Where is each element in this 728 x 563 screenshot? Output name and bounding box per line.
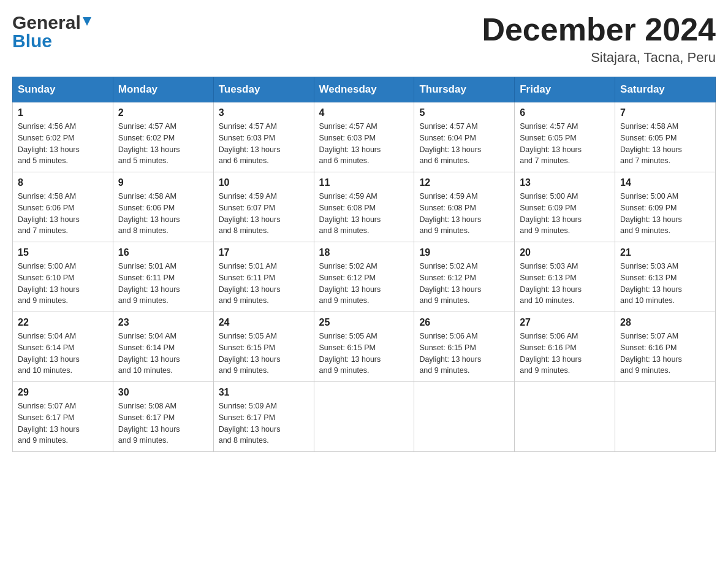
day-number: 5 [419,107,509,118]
day-info: Sunrise: 5:06 AM Sunset: 6:15 PM Dayligh… [419,331,509,377]
day-info: Sunrise: 5:05 AM Sunset: 6:15 PM Dayligh… [319,331,409,377]
day-cell: 22 Sunrise: 5:04 AM Sunset: 6:14 PM Dayl… [13,312,113,382]
week-row-2: 8 Sunrise: 4:58 AM Sunset: 6:06 PM Dayli… [13,172,716,242]
day-info: Sunrise: 5:00 AM Sunset: 6:09 PM Dayligh… [620,191,710,237]
day-info: Sunrise: 4:58 AM Sunset: 6:05 PM Dayligh… [620,121,710,167]
day-info: Sunrise: 4:58 AM Sunset: 6:06 PM Dayligh… [118,191,208,237]
weekday-header-monday: Monday [113,77,213,102]
day-number: 17 [219,247,309,258]
day-info: Sunrise: 5:03 AM Sunset: 6:13 PM Dayligh… [520,261,610,307]
day-number: 20 [520,247,610,258]
logo-general: General [12,12,81,33]
day-info: Sunrise: 5:02 AM Sunset: 6:12 PM Dayligh… [319,261,409,307]
day-number: 30 [118,387,208,398]
day-cell: 6 Sunrise: 4:57 AM Sunset: 6:05 PM Dayli… [515,102,615,172]
day-info: Sunrise: 5:02 AM Sunset: 6:12 PM Dayligh… [419,261,509,307]
day-info: Sunrise: 5:04 AM Sunset: 6:14 PM Dayligh… [18,331,108,377]
week-row-5: 29 Sunrise: 5:07 AM Sunset: 6:17 PM Dayl… [13,382,716,452]
weekday-header-friday: Friday [515,77,615,102]
day-cell: 16 Sunrise: 5:01 AM Sunset: 6:11 PM Dayl… [113,242,213,312]
week-row-1: 1 Sunrise: 4:56 AM Sunset: 6:02 PM Dayli… [13,102,716,172]
day-number: 9 [118,177,208,188]
day-cell: 4 Sunrise: 4:57 AM Sunset: 6:03 PM Dayli… [314,102,414,172]
day-cell: 14 Sunrise: 5:00 AM Sunset: 6:09 PM Dayl… [615,172,716,242]
page-header: General Blue December 2024 Sitajara, Tac… [12,12,716,66]
day-info: Sunrise: 4:56 AM Sunset: 6:02 PM Dayligh… [18,121,108,167]
day-number: 13 [520,177,610,188]
day-number: 18 [319,247,409,258]
day-cell: 29 Sunrise: 5:07 AM Sunset: 6:17 PM Dayl… [13,382,113,452]
weekday-header-sunday: Sunday [13,77,113,102]
day-number: 29 [18,387,108,398]
day-cell: 18 Sunrise: 5:02 AM Sunset: 6:12 PM Dayl… [314,242,414,312]
day-info: Sunrise: 4:57 AM Sunset: 6:03 PM Dayligh… [319,121,409,167]
day-cell: 28 Sunrise: 5:07 AM Sunset: 6:16 PM Dayl… [615,312,716,382]
day-cell [515,382,615,452]
day-cell [615,382,716,452]
day-info: Sunrise: 5:00 AM Sunset: 6:09 PM Dayligh… [520,191,610,237]
calendar-title: December 2024 [482,12,716,47]
day-number: 27 [520,317,610,328]
day-info: Sunrise: 4:59 AM Sunset: 6:08 PM Dayligh… [319,191,409,237]
day-number: 16 [118,247,208,258]
day-number: 24 [219,317,309,328]
day-cell: 5 Sunrise: 4:57 AM Sunset: 6:04 PM Dayli… [414,102,515,172]
day-info: Sunrise: 5:00 AM Sunset: 6:10 PM Dayligh… [18,261,108,307]
day-info: Sunrise: 4:57 AM Sunset: 6:02 PM Dayligh… [118,121,208,167]
logo: General Blue [12,12,93,52]
weekday-header-wednesday: Wednesday [314,77,414,102]
day-number: 25 [319,317,409,328]
day-number: 8 [18,177,108,188]
day-cell: 20 Sunrise: 5:03 AM Sunset: 6:13 PM Dayl… [515,242,615,312]
day-info: Sunrise: 5:07 AM Sunset: 6:17 PM Dayligh… [18,400,108,446]
day-number: 31 [219,387,309,398]
title-area: December 2024 Sitajara, Tacna, Peru [482,12,716,66]
day-info: Sunrise: 4:58 AM Sunset: 6:06 PM Dayligh… [18,191,108,237]
day-number: 28 [620,317,710,328]
day-info: Sunrise: 5:03 AM Sunset: 6:13 PM Dayligh… [620,261,710,307]
day-cell: 15 Sunrise: 5:00 AM Sunset: 6:10 PM Dayl… [13,242,113,312]
day-number: 21 [620,247,710,258]
day-cell: 9 Sunrise: 4:58 AM Sunset: 6:06 PM Dayli… [113,172,213,242]
day-number: 2 [118,107,208,118]
day-info: Sunrise: 5:05 AM Sunset: 6:15 PM Dayligh… [219,331,309,377]
svg-marker-0 [83,17,91,26]
weekday-header-thursday: Thursday [414,77,515,102]
day-info: Sunrise: 4:57 AM Sunset: 6:05 PM Dayligh… [520,121,610,167]
day-number: 15 [18,247,108,258]
calendar-table: SundayMondayTuesdayWednesdayThursdayFrid… [12,77,716,452]
day-cell: 1 Sunrise: 4:56 AM Sunset: 6:02 PM Dayli… [13,102,113,172]
day-number: 1 [18,107,108,118]
day-info: Sunrise: 4:57 AM Sunset: 6:04 PM Dayligh… [419,121,509,167]
day-number: 3 [219,107,309,118]
weekday-header-saturday: Saturday [615,77,716,102]
day-cell: 19 Sunrise: 5:02 AM Sunset: 6:12 PM Dayl… [414,242,515,312]
day-info: Sunrise: 4:59 AM Sunset: 6:08 PM Dayligh… [419,191,509,237]
day-info: Sunrise: 5:09 AM Sunset: 6:17 PM Dayligh… [219,400,309,446]
logo-blue: Blue [12,31,52,52]
day-cell: 30 Sunrise: 5:08 AM Sunset: 6:17 PM Dayl… [113,382,213,452]
day-cell: 8 Sunrise: 4:58 AM Sunset: 6:06 PM Dayli… [13,172,113,242]
day-info: Sunrise: 5:07 AM Sunset: 6:16 PM Dayligh… [620,331,710,377]
day-cell: 24 Sunrise: 5:05 AM Sunset: 6:15 PM Dayl… [213,312,314,382]
day-number: 26 [419,317,509,328]
day-cell: 13 Sunrise: 5:00 AM Sunset: 6:09 PM Dayl… [515,172,615,242]
day-number: 12 [419,177,509,188]
weekday-header-row: SundayMondayTuesdayWednesdayThursdayFrid… [13,77,716,102]
day-cell: 11 Sunrise: 4:59 AM Sunset: 6:08 PM Dayl… [314,172,414,242]
week-row-4: 22 Sunrise: 5:04 AM Sunset: 6:14 PM Dayl… [13,312,716,382]
day-cell: 2 Sunrise: 4:57 AM Sunset: 6:02 PM Dayli… [113,102,213,172]
day-cell: 31 Sunrise: 5:09 AM Sunset: 6:17 PM Dayl… [213,382,314,452]
day-cell: 25 Sunrise: 5:05 AM Sunset: 6:15 PM Dayl… [314,312,414,382]
calendar-subtitle: Sitajara, Tacna, Peru [482,50,716,66]
week-row-3: 15 Sunrise: 5:00 AM Sunset: 6:10 PM Dayl… [13,242,716,312]
day-info: Sunrise: 5:04 AM Sunset: 6:14 PM Dayligh… [118,331,208,377]
day-cell: 7 Sunrise: 4:58 AM Sunset: 6:05 PM Dayli… [615,102,716,172]
day-number: 10 [219,177,309,188]
logo-arrow-icon [82,16,93,27]
day-number: 7 [620,107,710,118]
day-cell [314,382,414,452]
day-info: Sunrise: 5:01 AM Sunset: 6:11 PM Dayligh… [118,261,208,307]
day-info: Sunrise: 4:59 AM Sunset: 6:07 PM Dayligh… [219,191,309,237]
day-cell: 10 Sunrise: 4:59 AM Sunset: 6:07 PM Dayl… [213,172,314,242]
